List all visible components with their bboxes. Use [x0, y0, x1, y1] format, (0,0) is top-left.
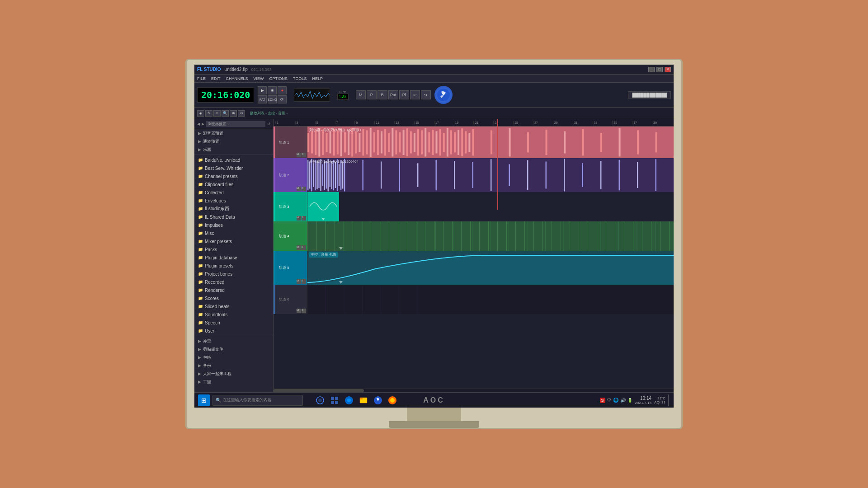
sidebar-item-envelopes-cn[interactable]: ▶ 包络: [194, 353, 273, 361]
volume-icon[interactable]: 🔊: [620, 398, 626, 403]
stop-button[interactable]: ■: [268, 86, 277, 94]
minimize-button[interactable]: _: [648, 67, 655, 72]
track-content-1[interactable]: 刘小静 - 你的万水千山（女声版）: [307, 127, 674, 158]
sidebar-item-backup[interactable]: ▶ 备份: [194, 361, 273, 370]
sidebar-item-mixer-presets-en[interactable]: 📁 Mixer presets: [194, 237, 273, 245]
track-solo-5[interactable]: S: [302, 279, 306, 284]
toolbar-btn-3[interactable]: ✂: [213, 110, 221, 117]
taskbar-explorer[interactable]: [358, 395, 369, 406]
sidebar-item-project-bones[interactable]: 📁 Project bones: [194, 270, 273, 278]
start-button[interactable]: ⊞: [198, 394, 210, 406]
horizontal-scrollbar[interactable]: [274, 389, 674, 392]
taskbar-browser-icon[interactable]: [387, 395, 398, 406]
sidebar-item-recorded[interactable]: 📁 Recorded: [194, 278, 273, 286]
sidebar-nav-forward[interactable]: ▶: [202, 122, 204, 126]
sidebar-item-plugin-presets[interactable]: 📁 Plugin presets: [194, 262, 273, 270]
taskbar-task-view[interactable]: [329, 395, 340, 406]
show-desktop-button[interactable]: [668, 394, 670, 406]
sidebar-item-baidu[interactable]: 📁 BaiduNe...wnload: [194, 156, 273, 164]
track-solo-3[interactable]: S: [302, 216, 306, 221]
maximize-button[interactable]: □: [656, 67, 663, 72]
sidebar-item-il-shared[interactable]: 📁 IL Shared Data: [194, 213, 273, 221]
sidebar-item-dajia[interactable]: ▶ 大家一起来工程: [194, 370, 273, 378]
track-content-6[interactable]: [307, 285, 674, 314]
taskbar-cortana[interactable]: [315, 395, 326, 406]
piano-roll-button[interactable]: P: [367, 90, 377, 99]
play-button[interactable]: ▶: [258, 86, 267, 94]
menu-help[interactable]: HELP: [312, 76, 323, 81]
sidebar-item-impulses[interactable]: 📁 Impulses: [194, 221, 273, 229]
track-mute-4[interactable]: M: [297, 245, 301, 250]
redo-button[interactable]: ↪: [421, 90, 431, 99]
menu-edit[interactable]: EDIT: [211, 76, 221, 81]
close-button[interactable]: ✕: [665, 67, 671, 72]
svg-rect-21: [373, 132, 375, 153]
sidebar-nav-back[interactable]: ◀: [197, 122, 200, 126]
sidebar-item-gongli[interactable]: ▶ 工里: [194, 378, 273, 386]
record-button[interactable]: ●: [278, 86, 287, 94]
track-content-3[interactable]: [307, 192, 674, 221]
menu-view[interactable]: VIEW: [254, 76, 264, 81]
taskbar-search[interactable]: 🔍 在这里输入你要搜索的内容: [212, 395, 303, 406]
scrollbar-thumb[interactable]: [274, 389, 364, 392]
toolbar-btn-6[interactable]: ⊖: [238, 110, 245, 117]
sidebar-item-soundfonts[interactable]: 📁 Soundfonts: [194, 310, 273, 319]
loop-button[interactable]: ⟳: [278, 95, 287, 103]
sidebar-item-channel-presets[interactable]: 📁 Channel presets: [194, 172, 273, 180]
sidebar-item-clipboard-cn[interactable]: ▶ 剪贴板文件: [194, 345, 273, 353]
track-content-5[interactable]: 主控 - 音量 包络: [307, 251, 674, 285]
toolbar-btn-5[interactable]: ⊕: [230, 110, 237, 117]
network-icon[interactable]: 🌐: [613, 398, 618, 403]
track-solo-1[interactable]: S: [302, 153, 306, 157]
track-solo-6[interactable]: S: [302, 309, 306, 313]
sidebar-item-collected[interactable]: 📁 Collected: [194, 188, 273, 197]
pattern-button-2[interactable]: Pat: [388, 90, 398, 99]
sidebar-item-rendered[interactable]: 📁 Rendered: [194, 286, 273, 294]
sidebar-item-user[interactable]: 📁 User: [194, 327, 273, 335]
taskbar-edge[interactable]: [344, 395, 354, 406]
pattern-button[interactable]: PAT: [258, 95, 267, 103]
track-mute-5[interactable]: M: [297, 279, 301, 284]
track-mute-1[interactable]: M: [297, 153, 301, 157]
track-solo-2[interactable]: S: [302, 187, 306, 191]
sidebar-item-plugin-db[interactable]: 📁 Plugin database: [194, 253, 273, 262]
sidebar-item-scores[interactable]: 📁 Scores: [194, 294, 273, 302]
undo-button[interactable]: ↩: [410, 90, 420, 99]
menu-tools[interactable]: TOOLS: [293, 76, 307, 81]
sidebar-item-sliced-beats[interactable]: 📁 Sliced beats: [194, 302, 273, 310]
sidebar-item-envelopes[interactable]: 📁 Envelopes: [194, 197, 273, 205]
svg-rect-42: [450, 130, 452, 154]
menu-channels[interactable]: CHANNELS: [226, 76, 248, 81]
master-volume[interactable]: ████████████: [628, 91, 671, 99]
mixer-button[interactable]: M: [356, 90, 366, 99]
menu-file[interactable]: FILE: [197, 76, 206, 81]
sidebar-item-clipboard[interactable]: 📁 Clipboard files: [194, 180, 273, 188]
plugin-button[interactable]: Pl: [399, 90, 409, 99]
input-mode[interactable]: 中: [607, 397, 611, 403]
sidebar-item-chongli[interactable]: ▶ 冲里: [194, 337, 273, 345]
sidebar-item-packs[interactable]: 📁 Packs: [194, 245, 273, 253]
track-mute-3[interactable]: M: [297, 216, 301, 221]
toolbar-btn-1[interactable]: ◈: [197, 110, 204, 117]
track-content-4[interactable]: [307, 221, 674, 251]
song-button[interactable]: SONG: [268, 95, 277, 103]
sidebar-item-channel-presets-cn[interactable]: ▶ 通道预置: [194, 137, 273, 145]
sidebar-item-misc[interactable]: 📁 Misc: [194, 229, 273, 237]
toolbar-btn-4[interactable]: 🔍: [222, 110, 229, 117]
toolbar-btn-2[interactable]: ✎: [205, 110, 212, 117]
sidebar-item-speech[interactable]: 📁 Speech: [194, 319, 273, 327]
track-mute-2[interactable]: M: [297, 187, 301, 191]
sidebar-item-fl-stuff[interactable]: 📁 fl studio东西: [194, 205, 273, 213]
track-content-2[interactable]: 开拓观点wqkkykk1 201200404: [307, 158, 674, 192]
track-solo-4[interactable]: S: [302, 245, 306, 250]
battery-icon[interactable]: 🔋: [627, 398, 632, 403]
sidebar-item-best-serv[interactable]: 📁 Best Serv..Whistler: [194, 164, 273, 172]
sidebar-refresh[interactable]: ↺: [267, 122, 270, 126]
ime-icon[interactable]: S: [600, 398, 605, 403]
browser-button[interactable]: B: [377, 90, 387, 99]
menu-options[interactable]: OPTIONS: [269, 76, 288, 81]
sidebar-item-instruments-cn[interactable]: ▶ 乐器: [194, 145, 273, 154]
taskbar-fl-studio[interactable]: [373, 395, 383, 406]
sidebar-item-mixer-presets[interactable]: ▶ 混音器预置: [194, 129, 273, 137]
track-mute-6[interactable]: M: [297, 309, 301, 313]
